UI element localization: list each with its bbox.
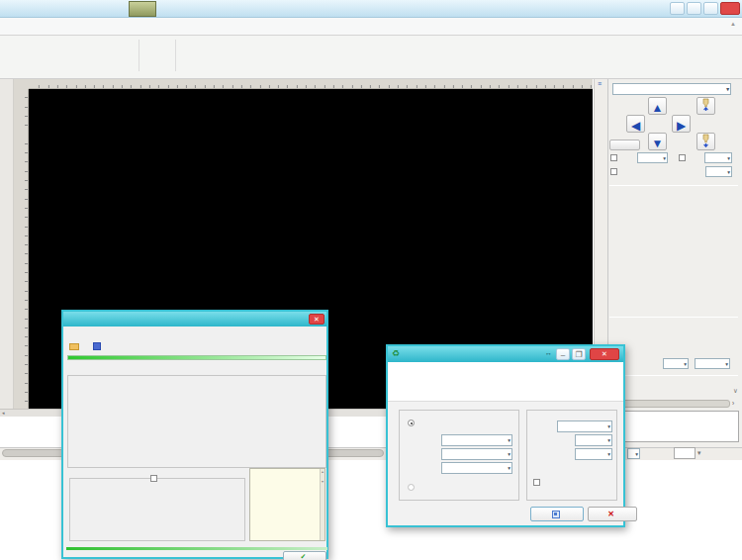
forward-dis-select[interactable]: ▾	[663, 358, 689, 369]
load-icon	[69, 343, 79, 350]
window-buttons	[670, 2, 740, 15]
vertical-ruler	[14, 89, 29, 409]
ribbon-tab-row	[0, 18, 742, 36]
panel-scroll-right-icon[interactable]: ›	[732, 400, 734, 407]
ok-check-icon: ✓	[301, 553, 307, 560]
close-button[interactable]	[720, 2, 740, 15]
nest-dialog-close-button[interactable]: ✕	[590, 348, 619, 360]
layer-dialog-toolbar	[69, 342, 104, 350]
select-plate-group: ▾ ▾ ▾	[399, 410, 519, 501]
standard-plate-radio[interactable]	[408, 420, 415, 426]
ribbon	[0, 36, 742, 79]
panel-scroll-down-icon[interactable]: ∨	[733, 387, 738, 395]
step-checkbox[interactable]	[679, 154, 686, 161]
only-selected-parts-checkbox[interactable]	[533, 479, 540, 486]
gap-select[interactable]: ▾	[557, 420, 612, 432]
jog-up-button[interactable]: ▲	[648, 97, 667, 115]
rotate-angle-select[interactable]: ▾	[575, 434, 612, 446]
ruler-corner	[14, 79, 29, 89]
nest-dialog-maximize-button[interactable]: ❐	[572, 348, 586, 360]
draw-toolbox	[0, 79, 14, 409]
dynamic-power-chart	[72, 483, 240, 538]
layer-color-preview	[67, 355, 326, 360]
cancel-x-icon: ✕	[607, 510, 614, 518]
auto-nest-title[interactable]	[388, 346, 623, 362]
nest-strategy-select[interactable]: ▾	[575, 448, 612, 460]
enable-dynamic-power-checkbox[interactable]	[150, 475, 157, 482]
count-select[interactable]: ▾	[441, 462, 512, 474]
fast-speed-select[interactable]: ▾	[637, 152, 668, 163]
pin-window-button[interactable]	[670, 2, 685, 15]
auto-nest-dialog: ♻ ↔ – ❐ ✕ ▾ ▾ ▾ ▾ ▾ ▾	[386, 344, 625, 527]
layers-icon: ≡	[598, 80, 602, 87]
user-notes-textarea[interactable]: ▴▾	[249, 468, 325, 541]
layer-parameter-dialog: ✕ ▴▾ ✓	[61, 310, 328, 559]
floating-nest-tab[interactable]	[129, 1, 156, 17]
forward-speed-select[interactable]: ▾	[695, 358, 730, 369]
ribbon-separator	[175, 40, 176, 71]
ribbon-collapse-icon[interactable]: ▲	[730, 21, 736, 27]
technical-group	[67, 375, 326, 468]
auto-nest-app-icon: ♻	[392, 348, 400, 358]
nozzle-down-button[interactable]	[696, 133, 715, 150]
nest-button[interactable]	[530, 507, 584, 521]
jog-left-button[interactable]: ◀	[626, 115, 645, 133]
coord-system-select[interactable]: ▾	[612, 83, 731, 95]
dynamic-power-group	[69, 478, 245, 541]
user-notes-scrollbar[interactable]: ▴▾	[320, 469, 325, 540]
jog-right-button[interactable]: ▶	[672, 115, 691, 133]
status-dropdown[interactable]: ▾	[627, 448, 640, 459]
plate-on-screen-radio[interactable]	[408, 484, 415, 491]
laser-on-when-checkbox[interactable]	[610, 168, 617, 175]
nest-dialog-minimize-button[interactable]: –	[556, 348, 570, 360]
nozzle-up-button[interactable]	[696, 97, 715, 115]
fast-checkbox[interactable]	[610, 154, 617, 161]
preview-button[interactable]	[609, 140, 640, 150]
panel-message-box[interactable]	[609, 411, 739, 442]
layer-dialog-title[interactable]	[63, 312, 326, 327]
save-icon	[93, 342, 101, 350]
cancel-button[interactable]: ✕	[588, 507, 637, 521]
layer-dialog-close-button[interactable]: ✕	[309, 314, 325, 325]
step-select[interactable]: ▾	[704, 152, 732, 163]
move-dis-caret[interactable]: ▾	[697, 449, 700, 457]
ribbon-separator	[139, 40, 139, 71]
nest-dialog-pin-icon[interactable]: ↔	[545, 349, 552, 356]
dialog-accent-line	[66, 547, 327, 550]
ok-button[interactable]: ✓	[283, 551, 326, 560]
length-select[interactable]: ▾	[441, 448, 512, 460]
nest-icon	[552, 511, 560, 518]
maximize-button[interactable]	[703, 2, 718, 15]
width-select[interactable]: ▾	[441, 434, 512, 446]
move-dis-input[interactable]	[674, 447, 696, 459]
horizontal-ruler	[29, 79, 593, 89]
nozzle-up-icon	[699, 98, 712, 112]
nozzle-down-icon	[699, 134, 712, 147]
auto-nest-header	[388, 362, 623, 402]
set-parameters-group: ▾ ▾ ▾	[526, 410, 617, 501]
jog-down-button[interactable]: ▼	[648, 133, 667, 150]
panel-horizontal-scrollbar[interactable]	[609, 400, 730, 408]
minimize-button[interactable]	[687, 2, 701, 15]
pwm-select[interactable]: ▾	[705, 166, 732, 177]
titlebar	[0, 0, 742, 18]
